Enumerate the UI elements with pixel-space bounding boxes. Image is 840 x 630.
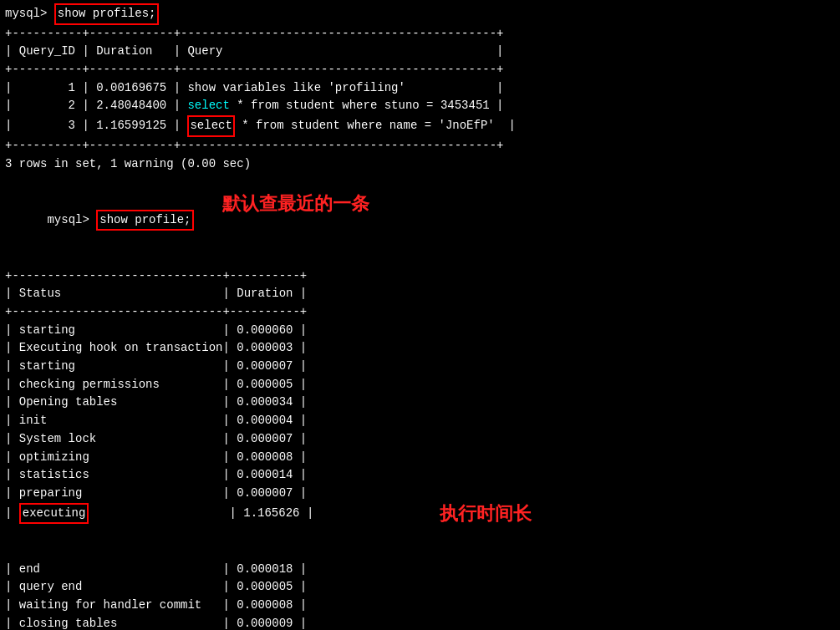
profiles-footer: 3 rows in set, 1 warning (0.00 sec)	[5, 155, 835, 174]
executing-highlight: executing	[19, 503, 89, 525]
mysql-prompt: mysql>	[5, 7, 47, 20]
profile-row-opening: | Opening tables | 0.000034 |	[5, 394, 835, 412]
profile-row-starting1: | starting | 0.000060 |	[5, 322, 835, 340]
show-profile-section: mysql> show profile; 默认查最近的一条 +---------…	[5, 191, 835, 630]
profile-header: | Status | Duration |	[5, 285, 835, 303]
show-profile-command: show profile;	[96, 210, 194, 231]
profile-row-starting2: | starting | 0.000007 |	[5, 358, 835, 376]
profile-row-closing: | closing tables | 0.000009 |	[5, 615, 835, 630]
profiles-row-3: | 3 | 1.16599125 | select * from student…	[5, 115, 835, 137]
profile-row-checking: | checking permissions | 0.000005 |	[5, 376, 835, 394]
profile-row-queryend: | query end | 0.000005 |	[5, 578, 835, 597]
profiles-row-2: | 2 | 2.48048400 | select * from student…	[5, 97, 835, 115]
profile-row-waiting: | waiting for handler commit | 0.000008 …	[5, 597, 835, 615]
select-highlight: select	[187, 115, 234, 137]
prompt-line-1: mysql> show profiles;	[5, 3, 835, 25]
blank-line-1	[5, 173, 835, 191]
dashes-top-2: +------------------------------+--------…	[5, 267, 835, 286]
profile-row-end: | end | 0.000018 |	[5, 561, 835, 579]
show-profiles-section: mysql> show profiles; +----------+------…	[5, 3, 835, 173]
dashes-bot-1: +----------+------------+---------------…	[5, 137, 835, 155]
dashes-top-1: +----------+------------+---------------…	[5, 25, 835, 43]
mysql-prompt-2: mysql>	[47, 213, 89, 226]
profile-row-syslock: | System lock | 0.000007 |	[5, 430, 835, 449]
terminal: mysql> show profiles; +----------+------…	[0, 0, 840, 630]
profile-row-hook: | Executing hook on transaction| 0.00000…	[5, 339, 835, 358]
profile-row-preparing: | preparing | 0.000007 |	[5, 485, 835, 503]
annotation-default: 默认查最近的一条	[222, 190, 369, 218]
dashes-mid-1: +----------+------------+---------------…	[5, 61, 835, 79]
annotation-executing: 执行时间长	[440, 500, 532, 528]
profile-row-executing: | executing | 1.165626 | 执行时间长	[5, 503, 835, 561]
dashes-mid-2: +------------------------------+--------…	[5, 303, 835, 322]
profiles-header: | Query_ID | Duration | Query |	[5, 43, 835, 61]
profiles-row-1: | 1 | 0.00169675 | show variables like '…	[5, 79, 835, 98]
profile-row-init: | init | 0.000004 |	[5, 412, 835, 430]
profile-row-optimizing: | optimizing | 0.000008 |	[5, 449, 835, 467]
profile-row-statistics: | statistics | 0.000014 |	[5, 466, 835, 485]
show-profiles-command: show profiles;	[54, 3, 160, 25]
prompt-line-2: mysql> show profile; 默认查最近的一条	[5, 191, 835, 267]
